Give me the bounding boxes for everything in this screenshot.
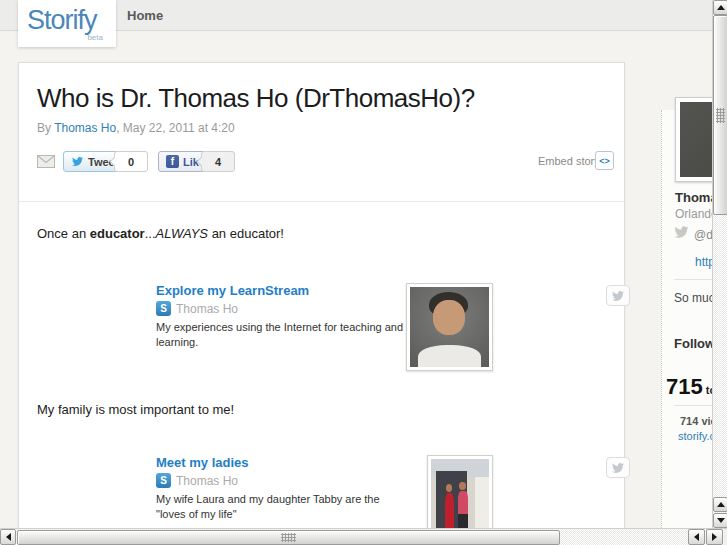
author-bio: So much to [674,291,712,305]
element-source-name: Thomas Ho [176,302,238,316]
element-source-name: Thomas Ho [176,474,238,488]
scroll-up-button[interactable] [713,497,727,512]
followers-heading: Followers [674,336,712,351]
intro-italic: ALWAYS [156,226,209,241]
sidebar-divider [674,405,712,406]
element-source: S Thomas Ho [156,473,626,488]
storify-s-icon: S [156,301,171,316]
views-count-label: total [703,384,712,396]
story-element: Meet my ladies S Thomas Ho My wife Laura… [156,455,626,522]
author-avatar[interactable] [675,97,712,182]
facebook-f-icon: f [166,155,179,168]
scroll-left-button[interactable] [0,529,16,545]
down-arrow-icon [717,518,725,523]
scrollbar-grip [281,533,296,542]
twitter-bird-icon [611,290,625,302]
author-sidebar: Thomas Ho Orlando, F @drthomas http:// S… [661,110,712,528]
left-arrow-icon [6,533,11,541]
page-viewport: Storify beta Home Who is Dr. Thomas Ho (… [0,0,712,528]
scroll-right-button[interactable] [706,529,723,545]
horizontal-scrollbar[interactable] [0,528,727,545]
embed-story-link[interactable]: Embed story [538,155,600,167]
twitter-bird-icon [611,462,625,474]
retweet-share-button[interactable] [606,285,630,306]
tweet-count-badge: 0 [114,151,148,172]
embed-code-icon[interactable]: <> [595,151,614,170]
author-website-link[interactable]: http:// [695,255,712,269]
byline-by: By [37,121,54,135]
element-photo[interactable] [406,283,493,371]
twitter-bird-icon [71,156,84,167]
family-paragraph: My family is most important to me! [37,402,234,417]
left-arrow-icon [694,533,699,541]
views-source-link[interactable]: storify.co [678,430,712,442]
intro-ellipsis: ... [145,226,156,241]
scroll-down-button[interactable] [713,513,727,528]
twitter-bird-icon [673,225,690,243]
like-count-badge: 4 [201,151,235,172]
story-element: Explore my LearnStream S Thomas Ho My ex… [156,283,626,350]
up-arrow-icon [717,502,725,507]
intro-text: Once an [37,226,90,241]
element-title-link[interactable]: Explore my LearnStream [156,283,626,298]
views-stat: 715 total [666,374,712,400]
author-twitter-handle[interactable]: @drthomas [694,228,712,242]
byline-date: , May 22, 2011 at 4:20 [116,121,235,135]
retweet-share-button[interactable] [606,457,630,478]
page-title: Who is Dr. Thomas Ho (DrThomasHo)? [37,83,475,114]
views-count: 715 [666,374,703,399]
vertical-scrollbar-thumb[interactable] [713,15,727,215]
storify-s-icon: S [156,473,171,488]
horizontal-scrollbar-thumb[interactable] [17,530,560,545]
vertical-scrollbar[interactable] [712,0,727,528]
up-arrow-icon [717,5,725,10]
storify-beta-label: beta [87,33,103,42]
element-source: S Thomas Ho [156,301,626,316]
storify-logo[interactable]: Storify beta [18,0,116,47]
author-link[interactable]: Thomas Ho [54,121,116,135]
recent-views: 714 views [680,415,712,427]
storify-logo-text: Storify [27,5,97,36]
email-icon[interactable] [37,154,55,172]
element-title-link[interactable]: Meet my ladies [156,455,626,470]
byline: By Thomas Ho, May 22, 2011 at 4:20 [37,121,235,135]
section-divider [19,201,624,202]
sidebar-divider [674,279,712,280]
author-location: Orlando, F [675,207,712,221]
right-arrow-icon [712,533,717,541]
author-name: Thomas Ho [675,190,712,205]
element-description: My wife Laura and my daughter Tabby are … [156,492,412,522]
element-photo[interactable] [427,455,493,528]
share-row: Tweet 0 f Like 4 Embed story <> [19,151,624,175]
intro-bold: educator [90,226,145,241]
scrollbar-grip [716,108,725,123]
intro-tail: an educator! [208,226,284,241]
element-description: My experiences using the Internet for te… [156,320,412,350]
scroll-left-button[interactable] [688,529,705,545]
family-photo [431,459,489,528]
nav-home-tab[interactable]: Home [127,8,163,23]
story-card: Who is Dr. Thomas Ho (DrThomasHo)? By Th… [18,62,625,528]
scroll-up-button[interactable] [713,0,727,15]
intro-paragraph: Once an educator...ALWAYS an educator! [37,226,284,241]
